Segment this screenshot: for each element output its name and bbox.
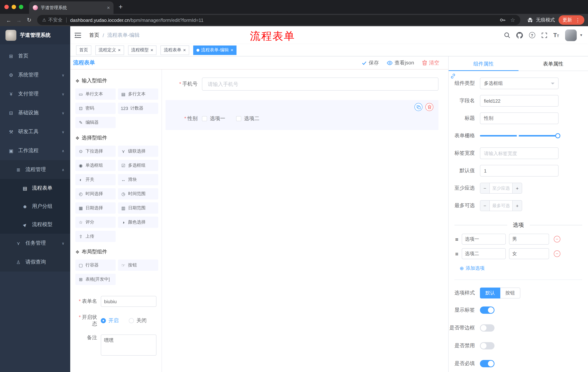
palette-component[interactable]: ⊞ 表格[开发中] (75, 274, 116, 285)
checkbox-option[interactable]: 选项一 (202, 115, 225, 122)
checkbox-icon[interactable] (202, 116, 207, 121)
tagview-tab[interactable]: 流程表单 × (160, 45, 189, 55)
clear-button[interactable]: 清空 (422, 60, 439, 66)
component-type-select[interactable]: 多选框组 (480, 77, 558, 89)
tagview-tab[interactable]: 流程表单-编辑 × (193, 45, 237, 55)
tag-close-icon[interactable]: × (118, 48, 121, 53)
option-value-input[interactable] (509, 248, 549, 259)
remark-textarea[interactable]: 嘿嘿 (101, 335, 157, 356)
tag-close-icon[interactable]: × (150, 48, 153, 53)
forward-button[interactable]: → (14, 17, 24, 23)
style-default-button[interactable]: 默认 (480, 287, 500, 298)
tab-close-icon[interactable]: × (107, 5, 110, 11)
sidebar-item[interactable]: ▤ 流程表单 (0, 179, 70, 197)
toggle-switch[interactable] (480, 306, 494, 314)
palette-component[interactable]: ▦ 日期选择 (75, 202, 116, 214)
drag-handle-icon[interactable]: ≡ (455, 236, 459, 242)
palette-component[interactable]: 123 计数器 (118, 103, 158, 114)
search-icon[interactable] (504, 32, 510, 38)
tag-close-icon[interactable]: × (231, 48, 233, 53)
phone-input[interactable] (202, 77, 439, 91)
increase-button[interactable]: + (512, 183, 522, 193)
palette-component[interactable]: ↔ 滑块 (118, 174, 158, 185)
option-value-input[interactable] (509, 234, 549, 244)
status-on-radio[interactable]: 开启 (101, 317, 119, 324)
palette-component[interactable]: ☞ 按钮 (118, 260, 158, 271)
tagview-tab[interactable]: 首页 (76, 45, 91, 55)
form-name-input[interactable] (101, 296, 157, 307)
add-option-button[interactable]: ⊕ 添加选项 (460, 265, 484, 272)
palette-component[interactable]: ⊙ 下拉选择 (75, 146, 116, 157)
macos-minimize-button[interactable] (12, 5, 16, 9)
macos-zoom-button[interactable] (19, 5, 23, 9)
drag-handle-icon[interactable]: ≡ (455, 251, 459, 257)
palette-component[interactable]: ◉ 单选框组 (75, 160, 116, 171)
sidebar-item[interactable]: ¥ 支付管理 ∨ (0, 85, 70, 103)
breadcrumb-home[interactable]: 首页 (89, 32, 99, 38)
browser-tab[interactable]: 芋道管理系统 × (29, 1, 114, 14)
toggle-switch[interactable] (480, 342, 494, 349)
link-icon[interactable] (450, 73, 456, 80)
palette-component[interactable]: ▭ 单行文本 (75, 88, 116, 100)
option-label-input[interactable] (462, 248, 506, 259)
sidebar-item[interactable]: ⋎ 任务管理 ∨ (0, 234, 70, 253)
sidebar-item[interactable]: ♙ 请假查询 (0, 253, 70, 272)
remove-option-button[interactable]: − (554, 250, 560, 257)
grid-slider[interactable] (480, 130, 560, 142)
save-button[interactable]: 保存 (362, 60, 379, 66)
sidebar-item[interactable]: ⊞ 首页 (0, 47, 70, 65)
sidebar-item[interactable]: ≣ 流程管理 ∧ (0, 160, 70, 179)
remove-option-button[interactable]: − (554, 236, 560, 242)
tagview-tab[interactable]: 流程模型 × (128, 45, 157, 55)
delete-field-button[interactable] (425, 103, 433, 111)
sidebar-item[interactable]: ⚙ 系统管理 ∨ (0, 65, 70, 85)
palette-component[interactable]: ☆ 评分 (75, 217, 116, 228)
phone-field[interactable]: *手机号 (166, 77, 439, 91)
toggle-switch[interactable] (480, 360, 494, 367)
help-icon[interactable]: ? (529, 32, 535, 38)
hamburger-icon[interactable] (74, 32, 83, 38)
sidebar-item[interactable]: ☻ 用户分组 (0, 197, 70, 215)
tab-component-props[interactable]: 组件属性 (449, 56, 518, 71)
bookmark-star-icon[interactable]: ☆ (510, 17, 515, 23)
increase-button[interactable]: + (512, 201, 522, 211)
security-warning-icon[interactable]: ⚠ (42, 18, 46, 22)
view-json-button[interactable]: 查看json (387, 60, 414, 66)
palette-component[interactable]: ⋎ 级联选择 (118, 146, 158, 157)
update-button[interactable]: 更新 ⋮ (558, 15, 584, 25)
default-value-input[interactable] (480, 165, 558, 177)
toggle-switch[interactable] (480, 324, 494, 331)
slider-handle[interactable] (555, 133, 560, 138)
reload-button[interactable]: ↻ (24, 17, 34, 23)
field-name-input[interactable] (480, 95, 558, 107)
github-icon[interactable] (516, 32, 523, 38)
browser-menu-icon[interactable]: ⋮ (575, 17, 580, 23)
slider-track[interactable] (480, 135, 560, 137)
fullscreen-icon[interactable] (541, 32, 547, 38)
tab-form-props[interactable]: 表单属性 (518, 56, 588, 71)
tagview-tab[interactable]: 流程定义 × (95, 45, 124, 55)
avatar-caret-icon[interactable]: ▾ (580, 33, 582, 37)
macos-close-button[interactable] (4, 5, 9, 9)
address-bar[interactable]: ⚠ 不安全 dashboard.yudao.iocoder.cn/bpm/man… (37, 15, 520, 25)
sidebar-item[interactable]: ⊟ 基础设施 ∨ (0, 103, 70, 122)
sidebar-item[interactable]: ⚒ 研发工具 ∨ (0, 122, 70, 141)
decrease-button[interactable]: − (480, 201, 490, 211)
sidebar-item[interactable]: ▶ 流程模型 (0, 215, 70, 234)
new-tab-button[interactable]: + (119, 3, 123, 11)
copy-field-button[interactable] (414, 103, 422, 111)
app-logo[interactable]: 芋道管理系统 (0, 26, 70, 44)
palette-component[interactable]: ☑ 多选框组 (118, 160, 158, 171)
style-button-button[interactable]: 按钮 (500, 287, 520, 298)
decrease-button[interactable]: − (480, 183, 490, 193)
avatar[interactable] (565, 29, 577, 41)
palette-component[interactable]: ◴ 时间选择 (75, 188, 116, 200)
palette-component[interactable]: ▤ 多行文本 (118, 88, 158, 100)
checkbox-icon[interactable] (236, 116, 241, 121)
title-input[interactable] (480, 112, 558, 124)
palette-component[interactable]: ◑ 颜色选择 (118, 217, 158, 228)
palette-component[interactable]: ◐ 开关 (75, 174, 116, 185)
label-width-input[interactable] (480, 148, 558, 159)
font-size-icon[interactable]: TT (553, 32, 559, 38)
status-off-radio[interactable]: 关闭 (129, 317, 147, 324)
